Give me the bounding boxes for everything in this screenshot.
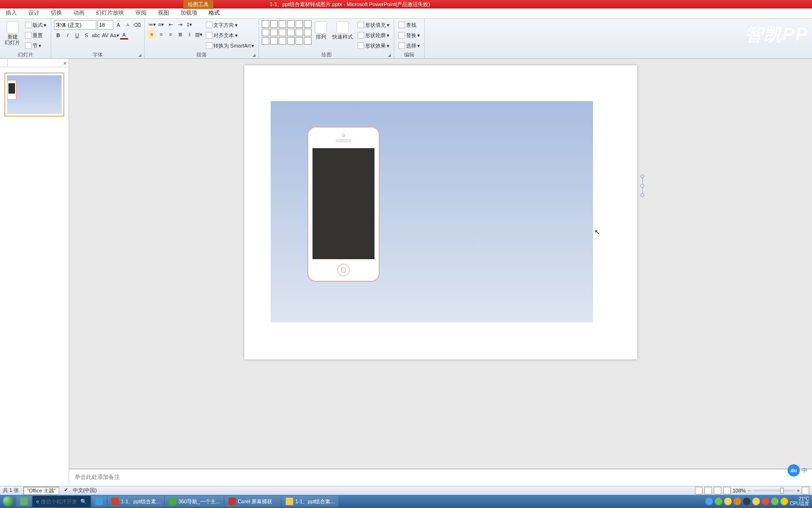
align-text-button[interactable]: 对齐文本▾ bbox=[204, 31, 256, 40]
language-label[interactable]: 中文(中国) bbox=[73, 487, 97, 495]
shadow-button[interactable]: abc bbox=[92, 31, 100, 40]
folder-icon bbox=[286, 498, 293, 505]
zoom-slider[interactable] bbox=[753, 490, 795, 492]
distribute-button[interactable]: ⫴ bbox=[185, 30, 194, 39]
paragraph-launcher-icon[interactable]: ◢ bbox=[252, 53, 256, 57]
spellcheck-icon[interactable]: ✔ bbox=[64, 487, 68, 495]
task-item-powerpoint[interactable]: 1-1、ppt组合素... bbox=[108, 496, 164, 507]
smartart-icon bbox=[206, 42, 212, 49]
tab-slideshow[interactable]: 幻灯片放映 bbox=[90, 8, 130, 18]
font-color-button[interactable]: A bbox=[120, 31, 128, 40]
numbering-button[interactable]: ≡▾ bbox=[157, 20, 165, 29]
group-editing: 查找 替换▾ 选择▾ 编辑 bbox=[394, 19, 425, 58]
normal-view-button[interactable] bbox=[695, 487, 703, 494]
bold-button[interactable]: B bbox=[54, 31, 62, 40]
taskbar-search-input[interactable] bbox=[41, 499, 78, 504]
quick-styles-button[interactable]: 快速样式 bbox=[330, 20, 355, 40]
align-text-icon bbox=[206, 32, 212, 39]
new-slide-button[interactable]: 新建 幻灯片 bbox=[3, 20, 22, 46]
grow-font-button[interactable]: A bbox=[114, 21, 123, 29]
find-button[interactable]: 查找 bbox=[397, 20, 422, 30]
strike-button[interactable]: S bbox=[82, 31, 91, 40]
search-icon[interactable]: 🔍 bbox=[80, 499, 87, 505]
ie-pinned-icon bbox=[95, 498, 103, 505]
select-button[interactable]: 选择▾ bbox=[397, 41, 422, 50]
slides-tab[interactable] bbox=[0, 59, 8, 67]
outdent-button[interactable]: ⇤ bbox=[166, 20, 175, 29]
tray-icon[interactable] bbox=[781, 498, 788, 505]
pinned-app-2[interactable] bbox=[92, 496, 107, 507]
shape-fill-button[interactable]: 形状填充▾ bbox=[356, 20, 391, 30]
align-left-button[interactable]: ≡ bbox=[148, 30, 156, 39]
phone-shape-group[interactable] bbox=[307, 127, 380, 282]
align-right-button[interactable]: ≡ bbox=[166, 30, 175, 39]
arrange-button[interactable]: 排列 bbox=[313, 20, 329, 40]
reset-button[interactable]: 重置 bbox=[23, 31, 48, 40]
section-button[interactable]: 节▾ bbox=[23, 41, 48, 50]
tray-icon[interactable] bbox=[724, 498, 732, 505]
text-direction-button[interactable]: 文字方向▾ bbox=[204, 20, 256, 30]
slide[interactable] bbox=[244, 65, 637, 359]
tab-view[interactable]: 视图 bbox=[152, 8, 175, 18]
bullets-button[interactable]: ≔▾ bbox=[148, 20, 156, 29]
shape-effect-button[interactable]: 形状效果▾ bbox=[356, 41, 391, 50]
tray-icon[interactable] bbox=[762, 498, 769, 505]
shape-outline-button[interactable]: 形状轮廓▾ bbox=[356, 31, 391, 40]
italic-button[interactable]: I bbox=[63, 31, 72, 40]
close-panel-button[interactable]: × bbox=[63, 60, 67, 67]
line-spacing-button[interactable]: ‡▾ bbox=[185, 20, 194, 29]
drawing-launcher-icon[interactable]: ◢ bbox=[388, 53, 391, 57]
indent-button[interactable]: ⇥ bbox=[176, 20, 184, 29]
tab-format[interactable]: 格式 bbox=[203, 8, 226, 18]
group-editing-title: 编辑 bbox=[397, 51, 422, 58]
underline-button[interactable]: U bbox=[73, 31, 81, 40]
baidu-ime-float[interactable]: du 中 bbox=[788, 464, 807, 476]
tray-icon[interactable] bbox=[705, 498, 713, 505]
columns-button[interactable]: ▥▾ bbox=[195, 30, 203, 39]
tray-icon[interactable] bbox=[752, 498, 760, 505]
selection-handles[interactable] bbox=[639, 176, 647, 195]
start-button[interactable] bbox=[0, 495, 16, 508]
tray-icon[interactable] bbox=[715, 498, 722, 505]
taskbar-search[interactable]: e 🔍 bbox=[32, 496, 91, 507]
pinned-app-1[interactable] bbox=[16, 496, 31, 507]
watermark: 智凯PP bbox=[745, 23, 808, 47]
sorter-view-button[interactable] bbox=[704, 487, 712, 494]
tray-icon[interactable] bbox=[743, 498, 750, 505]
tray-icon[interactable] bbox=[734, 498, 741, 505]
tab-addins[interactable]: 加载项 bbox=[175, 8, 203, 18]
layout-button[interactable]: 版式▾ bbox=[23, 20, 48, 30]
shapes-gallery[interactable] bbox=[262, 20, 312, 45]
task-item-folder[interactable]: 1-1、ppt组合素... bbox=[282, 496, 338, 507]
tab-transition[interactable]: 切换 bbox=[45, 8, 68, 18]
corel-icon bbox=[228, 498, 236, 505]
shrink-font-button[interactable]: A bbox=[124, 21, 132, 29]
font-name-select[interactable] bbox=[54, 20, 96, 30]
fit-window-button[interactable] bbox=[802, 487, 809, 494]
align-center-button[interactable]: ≡ bbox=[157, 30, 165, 39]
zoom-value[interactable]: 108% bbox=[733, 488, 746, 493]
task-item-browser[interactable]: 360导航_一个主... bbox=[165, 496, 224, 507]
replace-button[interactable]: 替换▾ bbox=[397, 31, 422, 40]
tab-design[interactable]: 设计 bbox=[23, 8, 45, 18]
tab-insert[interactable]: 插入 bbox=[0, 8, 23, 18]
font-size-select[interactable] bbox=[97, 20, 113, 30]
smartart-button[interactable]: 转换为 SmartArt▾ bbox=[204, 41, 256, 50]
tab-review[interactable]: 审阅 bbox=[130, 8, 152, 18]
font-launcher-icon[interactable]: ◢ bbox=[138, 53, 141, 57]
theme-label[interactable]: "Office 主题" bbox=[23, 487, 59, 495]
slide-thumbnail-1[interactable] bbox=[5, 73, 64, 116]
zoom-out-button[interactable]: − bbox=[748, 488, 750, 493]
reading-view-button[interactable] bbox=[714, 487, 721, 494]
clear-format-button[interactable]: ⌫ bbox=[133, 21, 141, 29]
temperature-widget[interactable]: 21°C CPU温度 bbox=[790, 497, 809, 506]
notes-pane[interactable]: 单击此处添加备注 bbox=[69, 468, 812, 484]
change-case-button[interactable]: Aa▾ bbox=[110, 31, 119, 40]
align-justify-button[interactable]: ≣ bbox=[176, 30, 184, 39]
char-spacing-button[interactable]: AV bbox=[101, 31, 109, 40]
zoom-in-button[interactable]: + bbox=[797, 488, 800, 493]
task-item-corel[interactable]: Corel 屏幕捕获 bbox=[225, 496, 281, 507]
tab-animation[interactable]: 动画 bbox=[68, 8, 90, 18]
slideshow-view-button[interactable] bbox=[723, 487, 731, 494]
tray-icon[interactable] bbox=[771, 498, 779, 505]
